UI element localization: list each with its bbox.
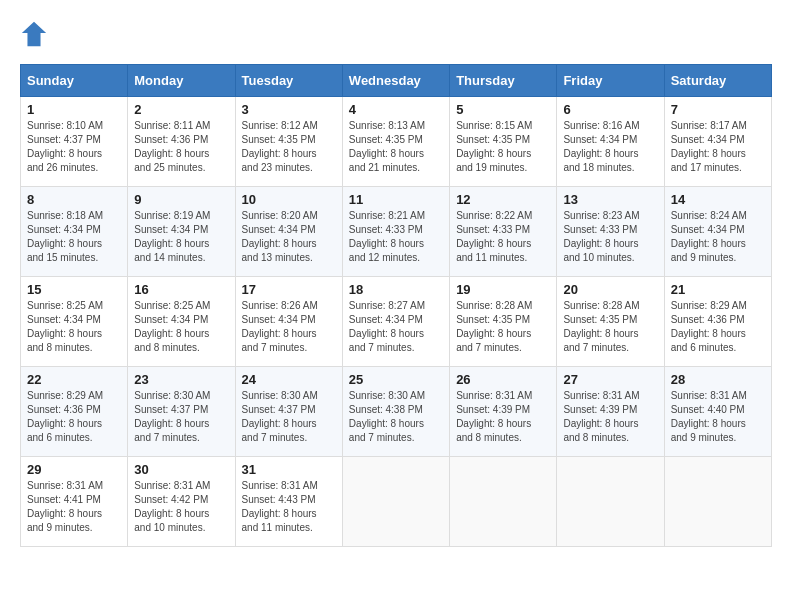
day-number: 11 — [349, 192, 443, 207]
calendar-week-row: 29 Sunrise: 8:31 AMSunset: 4:41 PMDaylig… — [21, 457, 772, 547]
calendar-cell: 3 Sunrise: 8:12 AMSunset: 4:35 PMDayligh… — [235, 97, 342, 187]
day-number: 29 — [27, 462, 121, 477]
day-number: 27 — [563, 372, 657, 387]
calendar-cell: 13 Sunrise: 8:23 AMSunset: 4:33 PMDaylig… — [557, 187, 664, 277]
day-info: Sunrise: 8:29 AMSunset: 4:36 PMDaylight:… — [27, 390, 103, 443]
day-number: 22 — [27, 372, 121, 387]
logo-icon — [20, 20, 48, 48]
calendar-cell — [342, 457, 449, 547]
day-number: 6 — [563, 102, 657, 117]
calendar-day-header: Thursday — [450, 65, 557, 97]
calendar-cell: 1 Sunrise: 8:10 AMSunset: 4:37 PMDayligh… — [21, 97, 128, 187]
calendar-cell: 22 Sunrise: 8:29 AMSunset: 4:36 PMDaylig… — [21, 367, 128, 457]
day-number: 3 — [242, 102, 336, 117]
calendar-cell: 15 Sunrise: 8:25 AMSunset: 4:34 PMDaylig… — [21, 277, 128, 367]
day-number: 16 — [134, 282, 228, 297]
day-info: Sunrise: 8:26 AMSunset: 4:34 PMDaylight:… — [242, 300, 318, 353]
calendar-cell: 6 Sunrise: 8:16 AMSunset: 4:34 PMDayligh… — [557, 97, 664, 187]
day-info: Sunrise: 8:19 AMSunset: 4:34 PMDaylight:… — [134, 210, 210, 263]
day-number: 24 — [242, 372, 336, 387]
day-number: 8 — [27, 192, 121, 207]
calendar-cell: 2 Sunrise: 8:11 AMSunset: 4:36 PMDayligh… — [128, 97, 235, 187]
calendar-cell: 27 Sunrise: 8:31 AMSunset: 4:39 PMDaylig… — [557, 367, 664, 457]
calendar-cell: 20 Sunrise: 8:28 AMSunset: 4:35 PMDaylig… — [557, 277, 664, 367]
calendar-cell — [557, 457, 664, 547]
calendar-day-header: Monday — [128, 65, 235, 97]
day-number: 9 — [134, 192, 228, 207]
day-info: Sunrise: 8:31 AMSunset: 4:40 PMDaylight:… — [671, 390, 747, 443]
day-number: 19 — [456, 282, 550, 297]
day-info: Sunrise: 8:13 AMSunset: 4:35 PMDaylight:… — [349, 120, 425, 173]
calendar-cell: 23 Sunrise: 8:30 AMSunset: 4:37 PMDaylig… — [128, 367, 235, 457]
day-info: Sunrise: 8:10 AMSunset: 4:37 PMDaylight:… — [27, 120, 103, 173]
day-info: Sunrise: 8:15 AMSunset: 4:35 PMDaylight:… — [456, 120, 532, 173]
day-info: Sunrise: 8:18 AMSunset: 4:34 PMDaylight:… — [27, 210, 103, 263]
day-number: 12 — [456, 192, 550, 207]
day-info: Sunrise: 8:21 AMSunset: 4:33 PMDaylight:… — [349, 210, 425, 263]
day-number: 30 — [134, 462, 228, 477]
calendar-cell: 7 Sunrise: 8:17 AMSunset: 4:34 PMDayligh… — [664, 97, 771, 187]
calendar-cell: 21 Sunrise: 8:29 AMSunset: 4:36 PMDaylig… — [664, 277, 771, 367]
calendar-cell: 12 Sunrise: 8:22 AMSunset: 4:33 PMDaylig… — [450, 187, 557, 277]
calendar-week-row: 22 Sunrise: 8:29 AMSunset: 4:36 PMDaylig… — [21, 367, 772, 457]
day-number: 2 — [134, 102, 228, 117]
day-info: Sunrise: 8:31 AMSunset: 4:39 PMDaylight:… — [563, 390, 639, 443]
day-number: 5 — [456, 102, 550, 117]
day-number: 28 — [671, 372, 765, 387]
day-number: 4 — [349, 102, 443, 117]
logo — [20, 20, 52, 48]
calendar-cell: 25 Sunrise: 8:30 AMSunset: 4:38 PMDaylig… — [342, 367, 449, 457]
day-number: 21 — [671, 282, 765, 297]
calendar-day-header: Saturday — [664, 65, 771, 97]
day-number: 23 — [134, 372, 228, 387]
day-info: Sunrise: 8:28 AMSunset: 4:35 PMDaylight:… — [456, 300, 532, 353]
calendar-cell — [450, 457, 557, 547]
calendar-cell: 31 Sunrise: 8:31 AMSunset: 4:43 PMDaylig… — [235, 457, 342, 547]
day-info: Sunrise: 8:31 AMSunset: 4:41 PMDaylight:… — [27, 480, 103, 533]
calendar-cell: 28 Sunrise: 8:31 AMSunset: 4:40 PMDaylig… — [664, 367, 771, 457]
calendar-cell: 30 Sunrise: 8:31 AMSunset: 4:42 PMDaylig… — [128, 457, 235, 547]
day-number: 20 — [563, 282, 657, 297]
day-number: 25 — [349, 372, 443, 387]
calendar-week-row: 15 Sunrise: 8:25 AMSunset: 4:34 PMDaylig… — [21, 277, 772, 367]
day-number: 18 — [349, 282, 443, 297]
day-info: Sunrise: 8:31 AMSunset: 4:43 PMDaylight:… — [242, 480, 318, 533]
day-info: Sunrise: 8:20 AMSunset: 4:34 PMDaylight:… — [242, 210, 318, 263]
day-info: Sunrise: 8:27 AMSunset: 4:34 PMDaylight:… — [349, 300, 425, 353]
day-number: 17 — [242, 282, 336, 297]
day-info: Sunrise: 8:25 AMSunset: 4:34 PMDaylight:… — [134, 300, 210, 353]
calendar-cell: 18 Sunrise: 8:27 AMSunset: 4:34 PMDaylig… — [342, 277, 449, 367]
calendar-day-header: Wednesday — [342, 65, 449, 97]
day-info: Sunrise: 8:24 AMSunset: 4:34 PMDaylight:… — [671, 210, 747, 263]
calendar-cell: 16 Sunrise: 8:25 AMSunset: 4:34 PMDaylig… — [128, 277, 235, 367]
calendar-cell: 9 Sunrise: 8:19 AMSunset: 4:34 PMDayligh… — [128, 187, 235, 277]
calendar-week-row: 1 Sunrise: 8:10 AMSunset: 4:37 PMDayligh… — [21, 97, 772, 187]
calendar-cell: 8 Sunrise: 8:18 AMSunset: 4:34 PMDayligh… — [21, 187, 128, 277]
calendar-cell: 11 Sunrise: 8:21 AMSunset: 4:33 PMDaylig… — [342, 187, 449, 277]
calendar-cell: 5 Sunrise: 8:15 AMSunset: 4:35 PMDayligh… — [450, 97, 557, 187]
day-info: Sunrise: 8:29 AMSunset: 4:36 PMDaylight:… — [671, 300, 747, 353]
calendar-header-row: SundayMondayTuesdayWednesdayThursdayFrid… — [21, 65, 772, 97]
day-number: 7 — [671, 102, 765, 117]
day-info: Sunrise: 8:22 AMSunset: 4:33 PMDaylight:… — [456, 210, 532, 263]
day-number: 1 — [27, 102, 121, 117]
day-number: 14 — [671, 192, 765, 207]
day-info: Sunrise: 8:31 AMSunset: 4:42 PMDaylight:… — [134, 480, 210, 533]
day-info: Sunrise: 8:23 AMSunset: 4:33 PMDaylight:… — [563, 210, 639, 263]
day-info: Sunrise: 8:12 AMSunset: 4:35 PMDaylight:… — [242, 120, 318, 173]
calendar-cell: 19 Sunrise: 8:28 AMSunset: 4:35 PMDaylig… — [450, 277, 557, 367]
day-number: 13 — [563, 192, 657, 207]
svg-marker-0 — [22, 22, 46, 46]
calendar-cell: 10 Sunrise: 8:20 AMSunset: 4:34 PMDaylig… — [235, 187, 342, 277]
calendar-day-header: Tuesday — [235, 65, 342, 97]
calendar-cell: 4 Sunrise: 8:13 AMSunset: 4:35 PMDayligh… — [342, 97, 449, 187]
day-info: Sunrise: 8:11 AMSunset: 4:36 PMDaylight:… — [134, 120, 210, 173]
day-info: Sunrise: 8:17 AMSunset: 4:34 PMDaylight:… — [671, 120, 747, 173]
day-info: Sunrise: 8:30 AMSunset: 4:37 PMDaylight:… — [242, 390, 318, 443]
day-number: 15 — [27, 282, 121, 297]
calendar-week-row: 8 Sunrise: 8:18 AMSunset: 4:34 PMDayligh… — [21, 187, 772, 277]
day-info: Sunrise: 8:30 AMSunset: 4:37 PMDaylight:… — [134, 390, 210, 443]
calendar-cell: 17 Sunrise: 8:26 AMSunset: 4:34 PMDaylig… — [235, 277, 342, 367]
day-number: 31 — [242, 462, 336, 477]
calendar-cell: 29 Sunrise: 8:31 AMSunset: 4:41 PMDaylig… — [21, 457, 128, 547]
